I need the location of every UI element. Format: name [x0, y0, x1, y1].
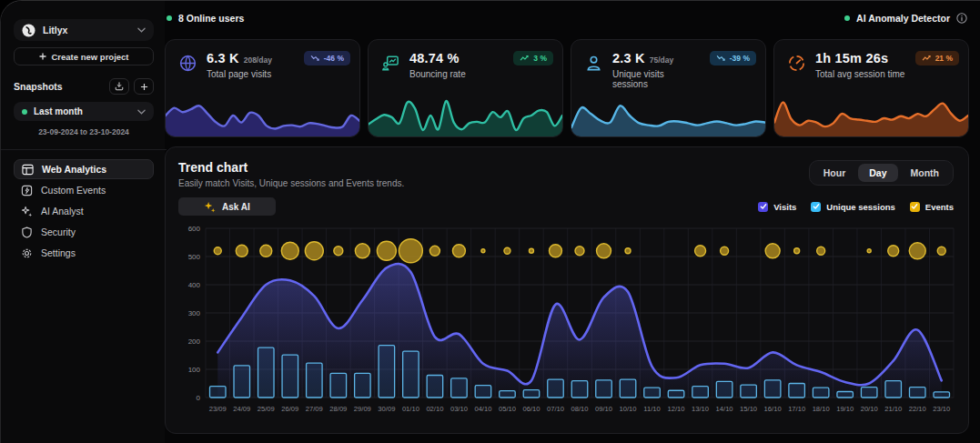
- stat-label: Total page visits: [207, 69, 296, 79]
- legend-events[interactable]: Events: [910, 202, 954, 212]
- svg-text:15/10: 15/10: [740, 405, 757, 413]
- sparkline-unique-sessions: [571, 95, 765, 136]
- sparkle-icon: [21, 206, 33, 217]
- project-selector[interactable]: Litlyx: [14, 19, 154, 41]
- legend-visits[interactable]: Visits: [758, 202, 796, 212]
- checkbox-events[interactable]: [910, 202, 920, 212]
- plus-icon: [140, 83, 148, 91]
- stat-value: 2.3 K: [612, 51, 645, 65]
- svg-text:03/10: 03/10: [450, 405, 468, 413]
- trend-badge: 3 %: [513, 51, 553, 65]
- stat-label: Total avg session time: [815, 69, 907, 79]
- checkbox-unique-sessions[interactable]: [811, 202, 821, 212]
- info-icon[interactable]: [956, 13, 967, 24]
- user-icon: [582, 52, 604, 74]
- stat-label: Bouncing rate: [409, 69, 505, 79]
- svg-text:17/10: 17/10: [788, 405, 805, 413]
- timer-icon: [785, 52, 807, 74]
- svg-text:14/10: 14/10: [716, 405, 733, 413]
- svg-text:300: 300: [188, 309, 201, 317]
- trend-chart-panel: Trend chart Easily match Visits, Unique …: [165, 146, 969, 434]
- online-users: 8 Online users: [167, 13, 244, 24]
- sparkles-icon: [204, 201, 216, 213]
- stat-value: 6.3 K: [207, 51, 239, 65]
- svg-text:13/10: 13/10: [692, 405, 709, 413]
- granularity-tabs: Hour Day Month: [809, 160, 954, 186]
- online-status-dot: [167, 15, 172, 21]
- svg-text:26/09: 26/09: [281, 405, 298, 413]
- layout-icon: [22, 164, 34, 176]
- svg-text:600: 600: [188, 225, 201, 233]
- sidebar-item-security[interactable]: Security: [14, 222, 154, 242]
- svg-text:21/10: 21/10: [884, 405, 902, 413]
- globe-icon: [177, 52, 198, 74]
- svg-text:02/10: 02/10: [426, 405, 443, 413]
- presentation-icon: [379, 52, 401, 74]
- tab-month[interactable]: Month: [900, 164, 951, 182]
- trend-chart-title: Trend chart: [178, 160, 404, 175]
- snapshots-title: Snapshots: [14, 81, 105, 92]
- stat-card-avg-session-time: 1h 15m 26s Total avg session time 21 %: [773, 39, 969, 137]
- trend-chart-canvas[interactable]: 010020030040050060023/0924/0925/0926/092…: [178, 223, 961, 430]
- trend-up-icon: [520, 55, 530, 62]
- main-content: 8 Online users AI Anomaly Detector: [165, 1, 980, 443]
- sidebar-item-custom-events[interactable]: Custom Events: [14, 180, 154, 200]
- snapshot-period-select[interactable]: Last month: [14, 102, 154, 121]
- svg-text:05/10: 05/10: [499, 405, 516, 413]
- export-snapshot-button[interactable]: [109, 78, 129, 95]
- add-snapshot-button[interactable]: [134, 78, 154, 95]
- period-status-dot: [22, 109, 27, 115]
- svg-text:100: 100: [188, 366, 201, 374]
- litlyx-logo: [22, 24, 35, 37]
- stat-value: 1h 15m 26s: [815, 51, 888, 65]
- svg-text:25/09: 25/09: [258, 405, 275, 413]
- svg-text:400: 400: [188, 281, 201, 289]
- svg-text:07/10: 07/10: [547, 405, 564, 413]
- svg-text:06/10: 06/10: [522, 405, 540, 413]
- trend-chart-subtitle: Easily match Visits, Unique sessions and…: [178, 178, 404, 188]
- sidebar-item-label: AI Analyst: [41, 206, 84, 216]
- project-name: Litlyx: [43, 25, 130, 35]
- shield-icon: [21, 227, 33, 238]
- trend-up-icon: [922, 55, 932, 62]
- app-window: Litlyx Create new project Snapshots: [0, 0, 980, 443]
- svg-text:20/10: 20/10: [861, 405, 878, 413]
- trend-down-icon: [310, 55, 320, 62]
- svg-text:28/09: 28/09: [329, 405, 347, 413]
- svg-text:0: 0: [197, 394, 201, 402]
- checkbox-visits[interactable]: [758, 202, 768, 212]
- sidebar-item-label: Custom Events: [41, 185, 106, 196]
- top-bar: 8 Online users AI Anomaly Detector: [165, 1, 980, 35]
- svg-text:27/09: 27/09: [306, 405, 323, 413]
- svg-text:10/10: 10/10: [620, 405, 637, 413]
- svg-text:12/10: 12/10: [668, 405, 685, 413]
- online-users-label: 8 Online users: [178, 13, 244, 24]
- trend-badge: -39 %: [710, 51, 756, 65]
- trend-badge: -46 %: [304, 51, 350, 65]
- legend-unique-sessions[interactable]: Unique sessions: [811, 202, 895, 212]
- check-icon: [813, 203, 820, 210]
- stats-row: 6.3 K 208/day Total page visits -46 %: [165, 35, 980, 137]
- ask-ai-button[interactable]: Ask AI: [178, 197, 276, 216]
- sidebar-item-web-analytics[interactable]: Web Analytics: [14, 159, 154, 179]
- sparkline-session-time: [774, 95, 968, 136]
- svg-text:11/10: 11/10: [643, 405, 660, 413]
- sidebar-item-ai-analyst[interactable]: AI Analyst: [14, 201, 154, 221]
- plus-icon: [39, 53, 46, 60]
- chart-legend: Visits Unique sessions: [758, 202, 954, 212]
- sidebar-item-label: Settings: [41, 247, 76, 258]
- stat-per-day: 208/day: [244, 55, 272, 65]
- create-project-button[interactable]: Create new project: [14, 47, 154, 65]
- sidebar: Litlyx Create new project Snapshots: [1, 1, 165, 443]
- sidebar-item-settings[interactable]: Settings: [14, 243, 154, 263]
- events-icon: [21, 185, 33, 196]
- svg-text:23/09: 23/09: [209, 405, 227, 413]
- tab-hour[interactable]: Hour: [813, 164, 857, 182]
- svg-text:29/09: 29/09: [354, 405, 371, 413]
- snapshot-date-range: 23-09-2024 to 23-10-2024: [14, 127, 154, 136]
- stat-value: 48.74 %: [409, 51, 460, 65]
- svg-text:200: 200: [188, 337, 201, 346]
- svg-text:18/10: 18/10: [813, 405, 830, 413]
- stat-card-unique-sessions: 2.3 K 75/day Unique visits sessions -39 …: [571, 39, 766, 137]
- tab-day[interactable]: Day: [858, 164, 897, 182]
